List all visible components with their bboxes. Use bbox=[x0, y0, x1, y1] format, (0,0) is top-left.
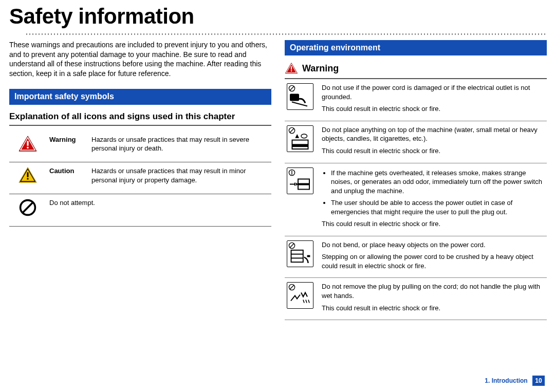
env-row-bullet: The user should be able to access the po… bbox=[331, 198, 545, 216]
footer-page-number: 10 bbox=[532, 376, 545, 386]
do-not-bend-cord-icon bbox=[287, 240, 313, 267]
caution-triangle-icon bbox=[18, 166, 38, 184]
table-row: If the machine gets overheated, it relea… bbox=[285, 163, 547, 236]
warning-heading-label: Warning bbox=[302, 62, 339, 74]
prohibition-icon bbox=[18, 198, 37, 217]
svg-rect-2 bbox=[27, 173, 29, 177]
table-row: Warning Hazards or unsafe practices that… bbox=[9, 131, 271, 162]
env-row-result: This could result in electric shock or f… bbox=[322, 146, 545, 156]
svg-rect-19 bbox=[298, 183, 309, 185]
svg-line-12 bbox=[290, 128, 294, 133]
symbols-table: Warning Hazards or unsafe practices that… bbox=[9, 131, 271, 227]
svg-rect-7 bbox=[291, 70, 292, 71]
table-row: Caution Hazards or unsafe practices that… bbox=[9, 162, 271, 194]
env-row-result: This could result in electric shock or f… bbox=[322, 104, 545, 114]
subhead-rule bbox=[9, 125, 271, 126]
env-row-text: Do not bend, or place heavy objects on t… bbox=[322, 240, 545, 250]
svg-point-15 bbox=[301, 134, 307, 138]
svg-rect-25 bbox=[307, 255, 310, 257]
warning-heading: Warning bbox=[285, 62, 547, 75]
table-row: Do not attempt. bbox=[9, 194, 271, 227]
warning-triangle-icon bbox=[285, 62, 298, 75]
warning-triangle-icon bbox=[18, 135, 38, 153]
section-head-symbols: Important safety symbols bbox=[9, 89, 271, 105]
svg-rect-0 bbox=[27, 141, 28, 145]
row-desc: Hazards or unsafe practices that may res… bbox=[88, 131, 271, 162]
do-not-pull-cord-wet-hands-icon bbox=[287, 282, 313, 309]
svg-line-5 bbox=[23, 202, 33, 213]
do-not-damaged-cord-icon bbox=[287, 83, 313, 110]
env-row-text: Do not place anything on top of the mach… bbox=[322, 125, 545, 143]
table-row: Do not bend, or place heavy objects on t… bbox=[285, 236, 547, 278]
svg-rect-3 bbox=[27, 178, 29, 180]
env-row-bullet: If the machine gets overheated, it relea… bbox=[331, 169, 545, 196]
section-head-environment: Operating environment bbox=[285, 40, 547, 56]
svg-line-9 bbox=[290, 86, 294, 90]
do-not-place-on-top-icon bbox=[287, 125, 313, 152]
left-column: These warnings and precautions are inclu… bbox=[9, 40, 271, 320]
overheat-unplug-icon bbox=[287, 167, 313, 194]
svg-rect-22 bbox=[291, 250, 303, 262]
row-label: Warning bbox=[46, 131, 88, 162]
intro-text: These warnings and precautions are inclu… bbox=[9, 40, 271, 79]
right-column: Operating environment Warning bbox=[285, 40, 547, 320]
svg-line-27 bbox=[290, 285, 294, 289]
row-label: Caution bbox=[46, 162, 88, 194]
table-row: Do not place anything on top of the mach… bbox=[285, 121, 547, 163]
env-row-result: This could result in electric shock or f… bbox=[322, 304, 545, 313]
environment-table: Do not use if the power cord is damaged … bbox=[285, 78, 547, 320]
env-row-result: This could result in electric shock or f… bbox=[322, 219, 545, 229]
env-row-text: Do not use if the power cord is damaged … bbox=[322, 83, 545, 101]
row-desc: Hazards or unsafe practices that may res… bbox=[88, 162, 271, 194]
svg-line-21 bbox=[290, 244, 294, 248]
row-desc: Do not attempt. bbox=[46, 194, 271, 227]
title-rule bbox=[26, 33, 546, 35]
page-title: Safety information bbox=[9, 2, 546, 31]
footer-chapter: 1. Introduction bbox=[485, 377, 527, 384]
table-row: Do not use if the power cord is damaged … bbox=[285, 79, 547, 121]
subhead-explanation: Explanation of all icons and signs used … bbox=[9, 111, 271, 123]
table-row: Do not remove the plug by pulling on the… bbox=[285, 278, 547, 320]
env-row-text: Do not remove the plug by pulling on the… bbox=[322, 282, 545, 300]
page-footer: 1. Introduction 10 bbox=[485, 376, 545, 386]
svg-rect-6 bbox=[291, 66, 292, 70]
svg-rect-1 bbox=[27, 146, 28, 148]
svg-rect-14 bbox=[292, 144, 308, 147]
env-row-result: Stepping on or allowing the power cord t… bbox=[322, 252, 545, 270]
svg-rect-10 bbox=[290, 94, 299, 101]
